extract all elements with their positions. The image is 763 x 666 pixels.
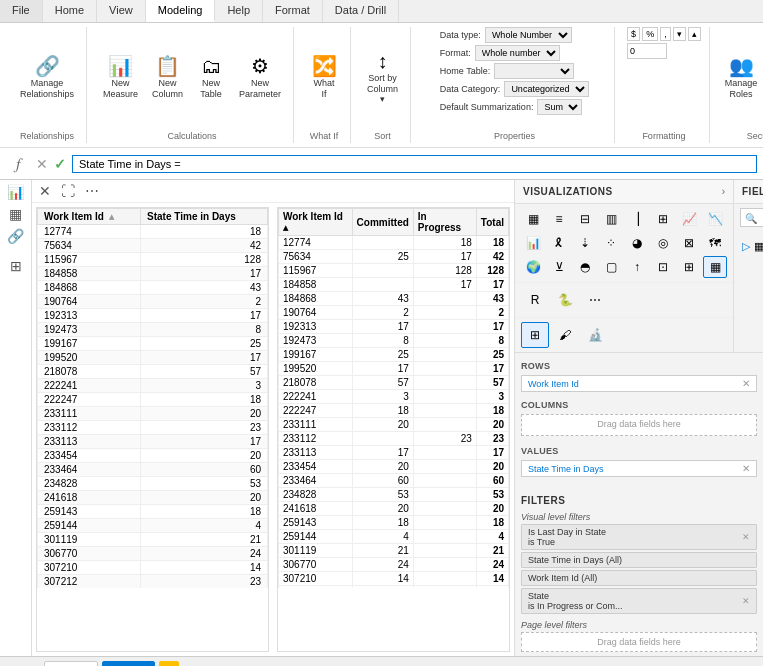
work-item-id-field-tag[interactable]: Work Item Id ✕ xyxy=(521,375,757,392)
percent-button[interactable]: % xyxy=(642,27,658,41)
viz-map[interactable]: 🗺 xyxy=(703,232,727,254)
ribbon-group-security: 👥 ManageRoles 👤 View asRoles Security xyxy=(714,27,763,143)
filter1-value: is True xyxy=(528,537,606,547)
viz-kpi[interactable]: ↑ xyxy=(625,256,649,278)
tab-data-drill[interactable]: Data / Drill xyxy=(323,0,399,22)
manage-relationships-button[interactable]: 🔗 ManageRelationships xyxy=(16,54,78,102)
filter1-remove[interactable]: ✕ xyxy=(742,532,750,542)
col-work-item-id[interactable]: Work Item Id ▴ xyxy=(38,209,141,225)
viz-line-clustered[interactable]: 📊 xyxy=(521,232,545,254)
new-measure-button[interactable]: 📊 NewMeasure xyxy=(99,54,142,102)
viz-format-icon[interactable]: 🖌 xyxy=(551,322,579,348)
sort-by-column-button[interactable]: ↕ Sort byColumn ▾ xyxy=(363,49,402,107)
state-time-remove[interactable]: ✕ xyxy=(742,463,750,474)
filter4-remove[interactable]: ✕ xyxy=(742,596,750,606)
tab-home[interactable]: Home xyxy=(43,0,97,22)
viz-python[interactable]: 🐍 xyxy=(551,287,579,313)
viz-100pct-bar[interactable]: ⊟ xyxy=(573,208,597,230)
viz-waterfall[interactable]: ⇣ xyxy=(573,232,597,254)
tab-view[interactable]: View xyxy=(97,0,146,22)
filter-work-item-id[interactable]: Work Item Id (All) xyxy=(521,570,757,586)
summarization-select[interactable]: Sum xyxy=(537,99,582,115)
nav-left-button[interactable]: ◀ xyxy=(6,663,21,667)
sidebar-model-icon[interactable]: 🔗 xyxy=(7,228,24,244)
filter-last-day-in-state[interactable]: Is Last Day in State is True ✕ xyxy=(521,524,757,550)
viz-line[interactable]: 📈 xyxy=(677,208,701,230)
viz-custom[interactable]: ⋯ xyxy=(581,287,609,313)
what-if-button[interactable]: 🔀 What If xyxy=(306,54,342,102)
viz-slicer[interactable]: ⊡ xyxy=(651,256,675,278)
expand-icon[interactable]: ⛶ xyxy=(58,182,78,200)
col-state-time[interactable]: State Time in Days xyxy=(141,209,268,225)
table-row: 18486843 xyxy=(38,281,268,295)
sidebar-dax-icon[interactable]: ⊞ xyxy=(10,258,22,274)
col-work-item-id-2[interactable]: Work Item Id ▴ xyxy=(279,209,353,236)
table-row: 18485817 xyxy=(38,267,268,281)
viz-card[interactable]: ▢ xyxy=(599,256,623,278)
formula-confirm-button[interactable]: ✓ xyxy=(54,156,66,172)
viz-chevron[interactable]: › xyxy=(722,186,725,197)
viz-treemap[interactable]: ⊠ xyxy=(677,232,701,254)
viz-matrix[interactable]: ▦ xyxy=(703,256,727,278)
tab-modeling[interactable]: Modeling xyxy=(146,0,216,22)
comma-button[interactable]: , xyxy=(660,27,671,41)
sidebar-data-icon[interactable]: ▦ xyxy=(9,206,22,222)
viz-ribbon[interactable]: 🎗 xyxy=(547,232,571,254)
col-total[interactable]: Total xyxy=(476,209,508,236)
tab-format[interactable]: Format xyxy=(263,0,323,22)
manage-roles-button[interactable]: 👥 ManageRoles xyxy=(722,54,761,102)
table-row: 19916725 xyxy=(38,337,268,351)
more-icon[interactable]: ⋯ xyxy=(82,182,102,200)
format-input[interactable] xyxy=(627,43,667,59)
viz-clustered-bar[interactable]: ≡ xyxy=(547,208,571,230)
category-select[interactable]: Uncategorized xyxy=(504,81,589,97)
new-parameter-button[interactable]: ⚙ NewParameter xyxy=(235,54,285,102)
tab-file[interactable]: File xyxy=(0,0,43,22)
dec-down-button[interactable]: ▾ xyxy=(673,27,686,41)
col-committed[interactable]: Committed xyxy=(352,209,413,236)
viz-stacked-col[interactable]: ▥ xyxy=(599,208,623,230)
filter-state[interactable]: State is In Progress or Com... ✕ xyxy=(521,588,757,614)
viz-filled-map[interactable]: 🌍 xyxy=(521,256,545,278)
new-table-button[interactable]: 🗂 NewTable xyxy=(193,54,229,102)
nav-right-button[interactable]: ▶ xyxy=(25,663,40,667)
dollar-button[interactable]: $ xyxy=(627,27,640,41)
add-page-button[interactable]: + xyxy=(159,661,179,667)
fields-view-name-item[interactable]: ▷ ▦ View Name xyxy=(734,231,763,261)
col-in-progress[interactable]: In Progress xyxy=(413,209,476,236)
viz-table[interactable]: ⊞ xyxy=(677,256,701,278)
home-table-select[interactable] xyxy=(494,63,574,79)
dec-up-button[interactable]: ▴ xyxy=(688,27,701,41)
viz-donut[interactable]: ◎ xyxy=(651,232,675,254)
work-item-id-remove[interactable]: ✕ xyxy=(742,378,750,389)
viz-gauge[interactable]: ◓ xyxy=(573,256,597,278)
tab-help[interactable]: Help xyxy=(215,0,263,22)
close-icon[interactable]: ✕ xyxy=(36,182,54,200)
viz-stacked-bar[interactable]: ▦ xyxy=(521,208,545,230)
formula-cancel-button[interactable]: ✕ xyxy=(36,156,48,172)
filter-state-time-days[interactable]: State Time in Days (All) xyxy=(521,552,757,568)
formula-input[interactable] xyxy=(72,155,757,173)
new-column-button[interactable]: 📋 NewColumn xyxy=(148,54,187,102)
viz-pie[interactable]: ◕ xyxy=(625,232,649,254)
table-row: 30111921 xyxy=(38,533,268,547)
table-row: 1277418 xyxy=(38,225,268,239)
viz-r-visual[interactable]: R xyxy=(521,287,549,313)
viz-fields-icon[interactable]: ⊞ xyxy=(521,322,549,348)
viz-100pct-col[interactable]: ⊞ xyxy=(651,208,675,230)
viz-clustered-col[interactable]: ⎥ xyxy=(625,208,649,230)
table-row: 30721014 xyxy=(38,561,268,575)
viz-scatter[interactable]: ⁘ xyxy=(599,232,623,254)
viz-funnel[interactable]: ⊻ xyxy=(547,256,571,278)
viz-header: VISUALIZATIONS › xyxy=(515,180,733,204)
viz-area[interactable]: 📉 xyxy=(703,208,727,230)
sidebar-report-icon[interactable]: 📊 xyxy=(7,184,24,200)
state-time-field-tag[interactable]: State Time in Days ✕ xyxy=(521,460,757,477)
page-tab-1[interactable]: Page 1 xyxy=(44,661,98,666)
page-tab-2[interactable]: Page 2 xyxy=(102,661,156,666)
viz-analytics-icon[interactable]: 🔬 xyxy=(581,322,609,348)
format-select[interactable]: Whole number xyxy=(475,45,560,61)
data-type-select[interactable]: Whole Number xyxy=(485,27,572,43)
sort-group-label: Sort xyxy=(355,131,410,141)
fields-header: FIELDS xyxy=(734,180,763,204)
